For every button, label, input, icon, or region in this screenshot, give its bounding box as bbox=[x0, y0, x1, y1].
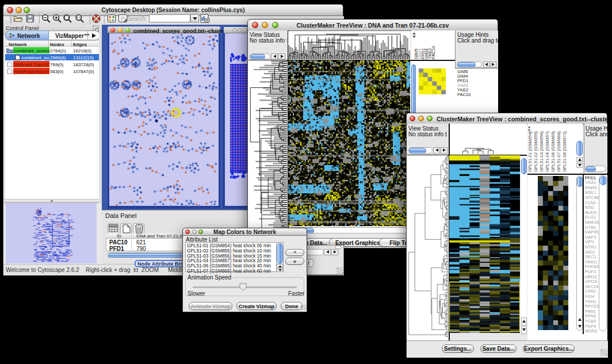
svg-text:1:1: 1:1 bbox=[76, 16, 81, 20]
svg-text:Search:: Search: bbox=[127, 16, 147, 22]
